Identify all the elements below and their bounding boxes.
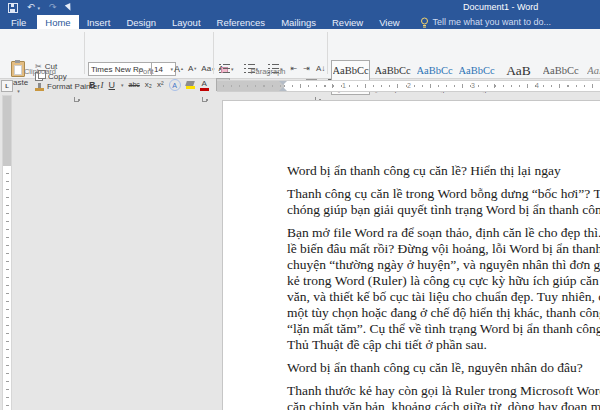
customize-qat-pointer-icon[interactable] (64, 3, 72, 12)
doc-line: chóng giúp bạn giải quyết tình trạng Wor… (287, 202, 600, 218)
font-color-label: A (201, 80, 206, 87)
doc-paragraph-1: Thanh công cụ căn lề trong Word bỗng dưn… (287, 186, 600, 218)
save-icon[interactable] (8, 3, 18, 13)
title-bar: ↶ ▾ ↷ Document1 - Word (0, 0, 600, 15)
font-dialog-launcher-icon[interactable] (202, 95, 209, 102)
tab-view[interactable]: View (371, 15, 407, 29)
font-color-button[interactable]: A (200, 80, 209, 91)
horizontal-ruler[interactable]: 1 2 3 4 (217, 80, 600, 92)
italic-button[interactable]: I (101, 80, 104, 90)
underline-button[interactable]: U (109, 80, 116, 90)
strikethrough-button[interactable]: abc (129, 80, 140, 90)
doc-line: Thanh công cụ căn lề trong Word bỗng dưn… (287, 186, 600, 202)
sort-button[interactable]: A↓ (316, 64, 325, 73)
doc-line: Thủ Thuật đề cập chi tiết ở phần sau. (287, 337, 600, 353)
hanging-indent-marker[interactable] (279, 87, 287, 91)
paste-dropdown-icon[interactable]: ▾ (17, 88, 20, 94)
bullet-list-button[interactable]: ▾ (217, 62, 236, 75)
font-group-label: Font (116, 67, 176, 76)
paragraph-group-label: Paragraph (238, 67, 298, 76)
underline-dropdown-icon[interactable]: ▾ (121, 82, 124, 88)
tab-design[interactable]: Design (118, 15, 164, 29)
grow-caret-icon: ▲ (180, 66, 184, 71)
superscript-button[interactable]: x² (157, 80, 164, 90)
vertical-ruler-ticks (6, 166, 9, 410)
bold-button[interactable]: B (89, 80, 96, 90)
redo-icon[interactable]: ↷ (49, 3, 57, 12)
tab-insert[interactable]: Insert (79, 15, 119, 29)
text-highlight-button[interactable] (186, 81, 195, 89)
bullet-list-icon (219, 64, 230, 73)
doc-heading-2: Word bị ẩn thanh công cụ căn lề, nguyên … (287, 360, 600, 376)
ribbon: Paste ▾ ✂ Cut Copy Format Painter Clipbo… (0, 29, 600, 79)
tab-review[interactable]: Review (324, 15, 371, 29)
first-line-indent-marker[interactable] (279, 81, 287, 85)
clipboard-dialog-launcher-icon[interactable] (74, 95, 81, 102)
window-title: Document1 - Word (463, 2, 538, 12)
quick-access-toolbar: ↶ ▾ ↷ (8, 2, 72, 13)
ruler-margin-ticks (223, 85, 281, 87)
increase-indent-button[interactable]: ⇥ (303, 64, 310, 73)
doc-line: văn, và thiết kế bố cục tài liệu cho chu… (287, 289, 600, 305)
tell-me-box[interactable]: Tell me what you want to do... (420, 15, 552, 29)
change-case-label: Aa (201, 64, 211, 73)
doc-line: căn chỉnh văn bản, khoảng cách giữa từ, … (287, 399, 600, 410)
lightbulb-icon (420, 17, 429, 28)
tab-home[interactable]: Home (37, 15, 78, 29)
ruler-number: 2 (407, 82, 411, 90)
undo-icon[interactable]: ↶ (27, 3, 35, 12)
tab-references[interactable]: References (209, 15, 274, 29)
doc-line: lề biến đâu mất rồi? Đừng vội hoảng, lỗi… (287, 241, 600, 257)
doc-paragraph-3: Thanh thước kẻ hay còn gọi là Ruler tron… (287, 383, 600, 410)
doc-paragraph-2: Bạn mở file Word ra để soạn thảo, định c… (287, 225, 600, 353)
format-painter-icon (35, 83, 44, 91)
tell-me-label: Tell me what you want to do... (433, 17, 552, 27)
left-tab-icon: L (5, 83, 9, 89)
shrink-caret-icon: ▼ (193, 66, 197, 71)
text-effects-label: A (172, 82, 177, 89)
clipboard-group-label: Clipboard (8, 67, 72, 76)
undo-dropdown-icon[interactable]: ▾ (38, 5, 41, 11)
vertical-ruler[interactable] (2, 95, 12, 410)
shrink-font-button[interactable]: A▼ (188, 64, 197, 74)
bullet-dropdown-icon[interactable]: ▾ (231, 66, 234, 72)
document-page[interactable]: Word bị ẩn thanh công cụ căn lề? Hiển th… (222, 100, 600, 410)
group-separator (327, 32, 328, 74)
ribbon-tab-row: File Home Insert Design Layout Reference… (0, 15, 600, 29)
word-window: ↶ ▾ ↷ Document1 - Word File Home Insert … (0, 0, 600, 410)
tab-layout[interactable]: Layout (164, 15, 209, 29)
doc-heading-1: Word bị ẩn thanh công cụ căn lề? Hiển th… (287, 163, 600, 179)
subscript-button[interactable]: x₂ (145, 80, 152, 90)
doc-line: một tùy chọn hoặc đang ở chế độ hiển thị… (287, 305, 600, 321)
document-text-area[interactable]: Word bị ẩn thanh công cụ căn lề? Hiển th… (287, 163, 600, 410)
ruler-number: 1 (342, 82, 346, 90)
doc-line: Thanh thước kẻ hay còn gọi là Ruler tron… (287, 383, 600, 399)
font-row-2: B I U ▾ abc x₂ x² A A (89, 79, 209, 91)
font-color-bar (200, 88, 209, 91)
group-separator (84, 32, 85, 74)
doc-line: “lặn mất tăm”. Cụ thể về tình trạng Word… (287, 321, 600, 337)
tab-mailings[interactable]: Mailings (273, 15, 324, 29)
doc-line: kẻ trong Word (Ruler) là công cụ cực kỳ … (287, 273, 600, 289)
ruler-number: 4 (535, 82, 539, 90)
tab-stop-selector[interactable]: L (1, 80, 13, 92)
doc-line: chuyện “thường ngày ở huyện”, và nguyên … (287, 257, 600, 273)
tab-file[interactable]: File (0, 15, 37, 29)
ruler-number: 3 (471, 82, 475, 90)
doc-line: Bạn mở file Word ra để soạn thảo, định c… (287, 225, 600, 241)
text-effects-button[interactable]: A (169, 79, 181, 91)
highlight-color-bar (186, 86, 195, 89)
group-separator (213, 32, 214, 74)
vertical-ruler-margin-zone (3, 96, 11, 166)
